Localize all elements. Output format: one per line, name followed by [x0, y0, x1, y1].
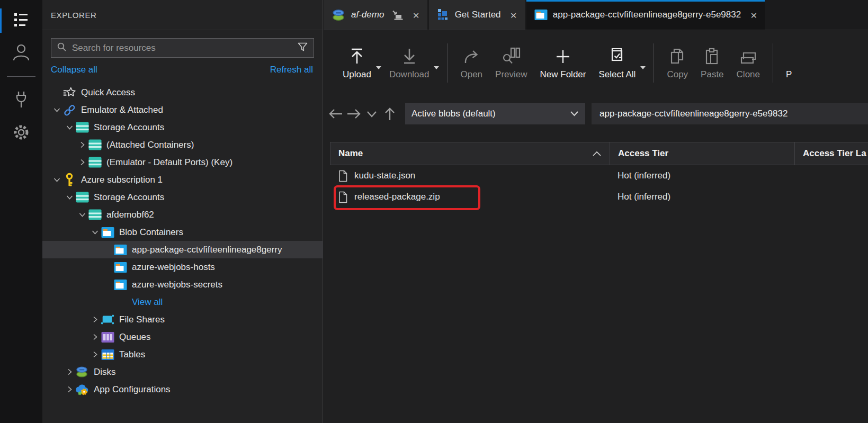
- column-header-access-tier[interactable]: Access Tier: [610, 142, 795, 165]
- open-button[interactable]: Open: [454, 46, 489, 80]
- resource-search-box[interactable]: [51, 38, 314, 58]
- tree-item-file-shares[interactable]: File Shares: [42, 311, 323, 328]
- toolbar-group-copy: Copy: [660, 46, 694, 80]
- copy-button[interactable]: Copy: [660, 46, 694, 80]
- chevron-right-icon[interactable]: [89, 331, 101, 343]
- column-header-label: Name: [338, 148, 363, 159]
- blob-row-kudu-state-json[interactable]: kudu-state.json Hot (inferred): [330, 165, 868, 186]
- storage-account-icon: [88, 209, 102, 221]
- caret-down-icon[interactable]: [640, 62, 646, 72]
- back-button[interactable]: [327, 104, 345, 123]
- activity-item-settings[interactable]: [0, 117, 42, 150]
- close-icon[interactable]: ×: [750, 10, 757, 21]
- tree-item-quick-access[interactable]: Quick Access: [42, 84, 323, 101]
- filter-icon[interactable]: [297, 42, 308, 55]
- search-input[interactable]: [71, 42, 293, 54]
- chevron-down-icon[interactable]: [64, 192, 75, 203]
- chevron-down-icon[interactable]: [76, 209, 88, 221]
- clone-button[interactable]: Clone: [730, 46, 766, 80]
- new-folder-button[interactable]: New Folder: [534, 46, 593, 80]
- chevron-right-icon[interactable]: [64, 384, 75, 395]
- blob-view-dropdown[interactable]: Active blobs (default): [405, 103, 585, 124]
- tree-item-storage-accounts[interactable]: Storage Accounts: [42, 119, 323, 136]
- chevron-spacer: [102, 296, 113, 308]
- tree-item-label: Storage Accounts: [94, 122, 164, 133]
- tree-item-blob-containers[interactable]: Blob Containers: [42, 223, 323, 241]
- chevron-down-icon[interactable]: [64, 122, 75, 133]
- blob-row-released-package-zip[interactable]: released-package.zip Hot (inferred): [330, 186, 868, 208]
- tree-item-tables[interactable]: Tables: [42, 346, 323, 363]
- tab-label: Get Started: [455, 10, 501, 20]
- chevron-right-icon[interactable]: [89, 314, 101, 326]
- tree-item-emulator-attached[interactable]: Emulator & Attached: [42, 101, 323, 119]
- chevron-right-icon[interactable]: [76, 157, 88, 168]
- column-header-name[interactable]: Name: [330, 142, 610, 165]
- tree-item-disks[interactable]: Disks: [42, 363, 323, 381]
- breadcrumb[interactable]: app-package-cctvfifteenlineage8gerry-e5e…: [592, 103, 868, 124]
- tree-item-attached-containers[interactable]: (Attached Containers): [42, 136, 323, 154]
- tab-get-started[interactable]: Get Started×: [429, 0, 525, 30]
- tab-app-package-cctvfifteenlineage8gerry-e5e9832[interactable]: app-package-cctvfifteenlineage8gerry-e5e…: [526, 0, 765, 30]
- tree-item-storage-accounts[interactable]: Storage Accounts: [42, 188, 323, 206]
- download-icon: [401, 46, 418, 65]
- chevron-down-icon[interactable]: [51, 174, 62, 186]
- chevron-down-icon[interactable]: [89, 227, 101, 238]
- column-header-access-tier-la[interactable]: Access Tier La: [795, 142, 868, 165]
- tree-item-emulator-default-ports-key[interactable]: (Emulator - Default Ports) (Key): [42, 154, 323, 171]
- activity-item-account[interactable]: [0, 37, 42, 70]
- link-chain-icon: [62, 104, 76, 116]
- column-header-label: Access Tier: [618, 148, 668, 159]
- access-tier-value: Hot (inferred): [618, 192, 670, 202]
- chevron-spacer: [102, 262, 113, 273]
- tree-item-azure-subscription-1[interactable]: Azure subscription 1: [42, 171, 323, 188]
- chevron-right-icon[interactable]: [64, 366, 75, 378]
- toolbar-button-label: New Folder: [540, 69, 586, 80]
- copy-icon: [669, 46, 686, 65]
- tree-item-label: azure-webjobs-hosts: [132, 262, 215, 273]
- history-dropdown-button[interactable]: [363, 104, 381, 123]
- cell-access-tier: Hot (inferred): [610, 170, 794, 181]
- activity-item-explorer[interactable]: [0, 4, 42, 37]
- up-button[interactable]: [381, 104, 399, 123]
- blob-container-icon: [534, 10, 548, 20]
- select-all-icon: [608, 46, 626, 65]
- tree-item-afdemobf62[interactable]: afdemobf62: [42, 206, 323, 223]
- blob-name: released-package.zip: [354, 192, 440, 202]
- paste-button[interactable]: Paste: [694, 46, 730, 80]
- tree-item-app-configurations[interactable]: App Configurations: [42, 381, 323, 398]
- attached-indicator-icon: [391, 10, 403, 20]
- tree-item-azure-webjobs-secrets[interactable]: azure-webjobs-secrets: [42, 276, 323, 293]
- refresh-all-link[interactable]: Refresh all: [270, 65, 313, 75]
- tree-item-label: Azure subscription 1: [81, 175, 163, 185]
- download-button[interactable]: Download: [383, 46, 436, 80]
- preview-button[interactable]: Preview: [489, 46, 533, 80]
- toolbar-group-upload: Upload: [336, 46, 383, 80]
- blob-list: NameAccess TierAccess Tier La kudu-state…: [330, 142, 868, 208]
- upload-icon: [348, 46, 365, 65]
- tab-af-demo[interactable]: af-demo ×: [324, 0, 427, 30]
- p-button[interactable]: P: [780, 46, 798, 80]
- tree-item-app-package-cctvfifteenlineage8gerry[interactable]: app-package-cctvfifteenlineage8gerry: [42, 241, 323, 258]
- chevron-right-icon[interactable]: [89, 349, 101, 361]
- access-tier-value: Hot (inferred): [618, 170, 670, 181]
- chevron-down-icon[interactable]: [51, 104, 62, 116]
- tree-item-queues[interactable]: Queues: [42, 328, 323, 346]
- close-icon[interactable]: ×: [511, 10, 517, 21]
- tree-item-label: Storage Accounts: [94, 192, 164, 203]
- chevron-down-icon: [570, 109, 579, 119]
- caret-down-icon[interactable]: [375, 62, 382, 72]
- chevron-right-icon[interactable]: [76, 139, 88, 151]
- view-all-link[interactable]: View all: [42, 293, 323, 311]
- forward-button[interactable]: [345, 104, 363, 123]
- blob-list-body: kudu-state.json Hot (inferred) released-…: [330, 165, 868, 208]
- explorer-sidebar: EXPLORER Collapse all Refresh all Quick …: [42, 0, 323, 423]
- select-all-button[interactable]: Select All: [592, 46, 642, 80]
- collapse-all-link[interactable]: Collapse all: [51, 65, 97, 75]
- storage-account-icon: [88, 156, 102, 169]
- toolbar-group-new-folder: New Folder: [534, 46, 593, 80]
- activity-item-connect[interactable]: [0, 84, 42, 117]
- upload-button[interactable]: Upload: [336, 46, 378, 80]
- close-icon[interactable]: ×: [413, 10, 419, 21]
- tree-item-azure-webjobs-hosts[interactable]: azure-webjobs-hosts: [42, 258, 323, 276]
- caret-down-icon[interactable]: [433, 62, 440, 72]
